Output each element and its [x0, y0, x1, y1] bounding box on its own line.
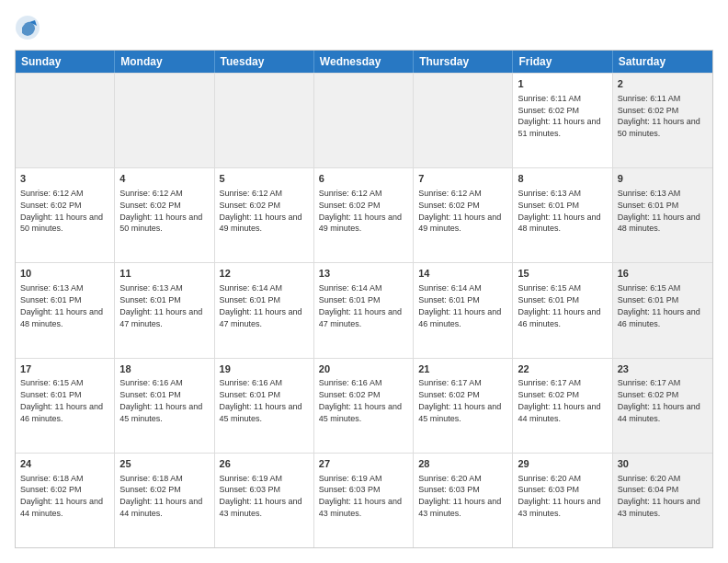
day-cell-29: 29Sunrise: 6:20 AM Sunset: 6:03 PM Dayli… [513, 454, 612, 547]
day-cell-1: 1Sunrise: 6:11 AM Sunset: 6:02 PM Daylig… [513, 74, 612, 167]
week-row-4: 17Sunrise: 6:15 AM Sunset: 6:01 PM Dayli… [16, 358, 712, 453]
day-number: 30 [618, 457, 708, 471]
day-info: Sunrise: 6:11 AM Sunset: 6:02 PM Dayligh… [518, 94, 600, 138]
day-number: 18 [119, 362, 209, 376]
day-info: Sunrise: 6:16 AM Sunset: 6:01 PM Dayligh… [119, 378, 202, 422]
day-info: Sunrise: 6:12 AM Sunset: 6:02 PM Dayligh… [20, 189, 103, 233]
day-number: 27 [319, 457, 408, 471]
day-cell-20: 20Sunrise: 6:16 AM Sunset: 6:02 PM Dayli… [314, 359, 414, 453]
calendar-body: 1Sunrise: 6:11 AM Sunset: 6:02 PM Daylig… [16, 73, 712, 547]
logo-icon [15, 15, 40, 40]
day-info: Sunrise: 6:20 AM Sunset: 6:03 PM Dayligh… [418, 474, 501, 518]
day-cell-17: 17Sunrise: 6:15 AM Sunset: 6:01 PM Dayli… [16, 359, 115, 453]
day-info: Sunrise: 6:12 AM Sunset: 6:02 PM Dayligh… [119, 189, 202, 233]
day-info: Sunrise: 6:15 AM Sunset: 6:01 PM Dayligh… [618, 283, 700, 327]
empty-cell-w0c1 [115, 74, 214, 167]
day-number: 19 [220, 362, 309, 376]
day-number: 3 [20, 172, 109, 186]
day-cell-12: 12Sunrise: 6:14 AM Sunset: 6:01 PM Dayli… [215, 263, 314, 357]
day-info: Sunrise: 6:20 AM Sunset: 6:04 PM Dayligh… [618, 474, 700, 518]
calendar: SundayMondayTuesdayWednesdayThursdayFrid… [15, 50, 713, 548]
day-cell-8: 8Sunrise: 6:13 AM Sunset: 6:01 PM Daylig… [513, 168, 612, 262]
empty-cell-w0c0 [16, 74, 115, 167]
day-cell-14: 14Sunrise: 6:14 AM Sunset: 6:01 PM Dayli… [414, 263, 513, 357]
day-number: 1 [518, 77, 607, 91]
day-cell-26: 26Sunrise: 6:19 AM Sunset: 6:03 PM Dayli… [215, 454, 314, 547]
day-cell-27: 27Sunrise: 6:19 AM Sunset: 6:03 PM Dayli… [314, 454, 414, 547]
day-info: Sunrise: 6:19 AM Sunset: 6:03 PM Dayligh… [220, 474, 302, 518]
header-day-sunday: Sunday [16, 51, 115, 73]
header-day-monday: Monday [115, 51, 214, 73]
day-cell-25: 25Sunrise: 6:18 AM Sunset: 6:02 PM Dayli… [115, 454, 214, 547]
day-info: Sunrise: 6:14 AM Sunset: 6:01 PM Dayligh… [220, 283, 302, 327]
day-info: Sunrise: 6:17 AM Sunset: 6:02 PM Dayligh… [618, 378, 700, 422]
day-info: Sunrise: 6:18 AM Sunset: 6:02 PM Dayligh… [20, 474, 103, 518]
day-info: Sunrise: 6:13 AM Sunset: 6:01 PM Dayligh… [20, 283, 103, 327]
page: SundayMondayTuesdayWednesdayThursdayFrid… [0, 0, 728, 563]
empty-cell-w0c2 [215, 74, 314, 167]
day-info: Sunrise: 6:17 AM Sunset: 6:02 PM Dayligh… [518, 378, 600, 422]
day-number: 8 [518, 172, 607, 186]
day-info: Sunrise: 6:20 AM Sunset: 6:03 PM Dayligh… [518, 474, 600, 518]
day-number: 6 [319, 172, 408, 186]
day-number: 7 [418, 172, 507, 186]
header-day-friday: Friday [513, 51, 612, 73]
day-number: 29 [518, 457, 607, 471]
day-info: Sunrise: 6:12 AM Sunset: 6:02 PM Dayligh… [319, 189, 402, 233]
day-number: 11 [119, 267, 209, 281]
empty-cell-w0c4 [414, 74, 513, 167]
day-cell-9: 9Sunrise: 6:13 AM Sunset: 6:01 PM Daylig… [613, 168, 712, 262]
day-cell-6: 6Sunrise: 6:12 AM Sunset: 6:02 PM Daylig… [314, 168, 414, 262]
day-cell-15: 15Sunrise: 6:15 AM Sunset: 6:01 PM Dayli… [513, 263, 612, 357]
day-number: 5 [220, 172, 309, 186]
day-number: 21 [418, 362, 507, 376]
day-number: 14 [418, 267, 507, 281]
day-number: 15 [518, 267, 607, 281]
day-number: 4 [119, 172, 209, 186]
day-cell-23: 23Sunrise: 6:17 AM Sunset: 6:02 PM Dayli… [613, 359, 712, 453]
day-number: 20 [319, 362, 408, 376]
day-cell-2: 2Sunrise: 6:11 AM Sunset: 6:02 PM Daylig… [613, 74, 712, 167]
day-info: Sunrise: 6:16 AM Sunset: 6:01 PM Dayligh… [220, 378, 302, 422]
day-number: 17 [20, 362, 109, 376]
day-number: 13 [319, 267, 408, 281]
day-number: 9 [618, 172, 708, 186]
day-info: Sunrise: 6:18 AM Sunset: 6:02 PM Dayligh… [119, 474, 202, 518]
day-cell-3: 3Sunrise: 6:12 AM Sunset: 6:02 PM Daylig… [16, 168, 115, 262]
week-row-3: 10Sunrise: 6:13 AM Sunset: 6:01 PM Dayli… [16, 262, 712, 357]
day-info: Sunrise: 6:13 AM Sunset: 6:01 PM Dayligh… [618, 189, 700, 233]
day-number: 22 [518, 362, 607, 376]
day-cell-4: 4Sunrise: 6:12 AM Sunset: 6:02 PM Daylig… [115, 168, 214, 262]
header-day-tuesday: Tuesday [215, 51, 314, 73]
day-info: Sunrise: 6:16 AM Sunset: 6:02 PM Dayligh… [319, 378, 402, 422]
day-number: 25 [119, 457, 209, 471]
day-number: 10 [20, 267, 109, 281]
empty-cell-w0c3 [314, 74, 414, 167]
day-cell-13: 13Sunrise: 6:14 AM Sunset: 6:01 PM Dayli… [314, 263, 414, 357]
day-cell-30: 30Sunrise: 6:20 AM Sunset: 6:04 PM Dayli… [613, 454, 712, 547]
day-cell-21: 21Sunrise: 6:17 AM Sunset: 6:02 PM Dayli… [414, 359, 513, 453]
day-cell-18: 18Sunrise: 6:16 AM Sunset: 6:01 PM Dayli… [115, 359, 214, 453]
day-number: 2 [618, 77, 708, 91]
header-day-wednesday: Wednesday [314, 51, 414, 73]
week-row-1: 1Sunrise: 6:11 AM Sunset: 6:02 PM Daylig… [16, 73, 712, 167]
day-cell-11: 11Sunrise: 6:13 AM Sunset: 6:01 PM Dayli… [115, 263, 214, 357]
day-info: Sunrise: 6:19 AM Sunset: 6:03 PM Dayligh… [319, 474, 402, 518]
calendar-header: SundayMondayTuesdayWednesdayThursdayFrid… [16, 51, 712, 73]
day-info: Sunrise: 6:14 AM Sunset: 6:01 PM Dayligh… [418, 283, 501, 327]
day-number: 23 [618, 362, 708, 376]
logo [15, 15, 44, 40]
day-info: Sunrise: 6:13 AM Sunset: 6:01 PM Dayligh… [119, 283, 202, 327]
header [15, 15, 713, 40]
header-day-thursday: Thursday [414, 51, 513, 73]
day-cell-19: 19Sunrise: 6:16 AM Sunset: 6:01 PM Dayli… [215, 359, 314, 453]
header-day-saturday: Saturday [613, 51, 712, 73]
day-info: Sunrise: 6:17 AM Sunset: 6:02 PM Dayligh… [418, 378, 501, 422]
day-cell-24: 24Sunrise: 6:18 AM Sunset: 6:02 PM Dayli… [16, 454, 115, 547]
day-cell-7: 7Sunrise: 6:12 AM Sunset: 6:02 PM Daylig… [414, 168, 513, 262]
day-number: 26 [220, 457, 309, 471]
day-cell-28: 28Sunrise: 6:20 AM Sunset: 6:03 PM Dayli… [414, 454, 513, 547]
week-row-5: 24Sunrise: 6:18 AM Sunset: 6:02 PM Dayli… [16, 453, 712, 547]
day-info: Sunrise: 6:11 AM Sunset: 6:02 PM Dayligh… [618, 94, 700, 138]
day-info: Sunrise: 6:13 AM Sunset: 6:01 PM Dayligh… [518, 189, 600, 233]
